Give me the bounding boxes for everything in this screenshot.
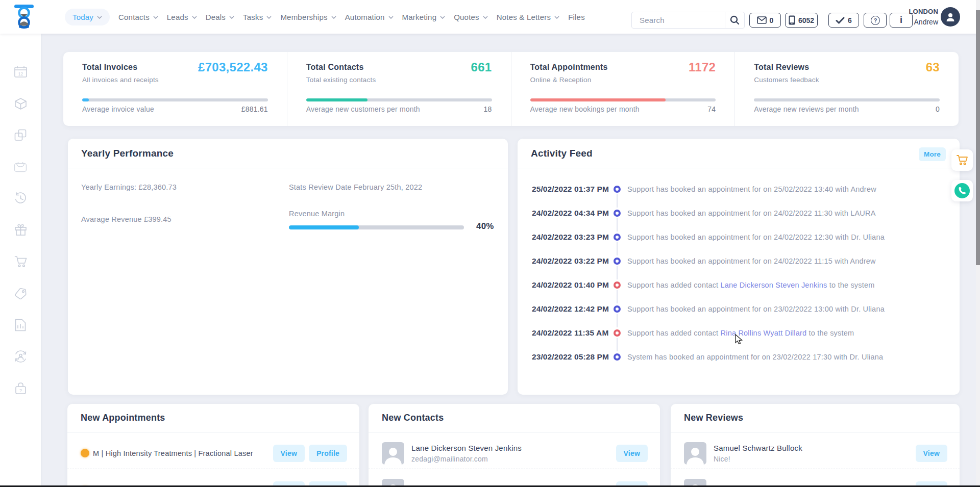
- revenue-margin-percent: 40%: [476, 221, 494, 232]
- stat-footer: Average new customers per month 18: [306, 105, 492, 113]
- chevron-down-icon: [192, 16, 197, 19]
- menu-item[interactable]: Automation: [345, 9, 394, 25]
- sidebar-lock-icon[interactable]: ?: [0, 372, 41, 404]
- profile-button[interactable]: Profile: [309, 445, 347, 462]
- floating-whatsapp-button[interactable]: [951, 180, 973, 201]
- menu-item-label: Notes & Letters: [497, 13, 551, 21]
- sidebar-cart-icon[interactable]: [0, 246, 41, 277]
- user-name: Andrew: [906, 17, 938, 27]
- activity-feed-item: 25/02/2022 01:37 PM Support has booked a…: [518, 177, 960, 201]
- menu-item[interactable]: Contacts: [118, 9, 158, 25]
- view-button[interactable]: View: [273, 445, 305, 462]
- left-sidebar: 12 ?: [0, 34, 41, 487]
- sidebar-package-icon[interactable]: [0, 88, 41, 119]
- stat-subtitle: All invoices and receipts: [82, 76, 159, 84]
- app-logo-hourglass-icon[interactable]: [12, 4, 36, 30]
- stat-progress-track: [82, 98, 268, 101]
- user-location: LONDON: [906, 7, 938, 17]
- menu-item-label: Files: [568, 13, 585, 21]
- phone-button[interactable]: 6052: [785, 13, 818, 28]
- new-appointments-header: New Appointments: [67, 404, 359, 432]
- activity-feed-title: Activity Feed: [531, 148, 593, 159]
- view-button[interactable]: View: [616, 445, 648, 462]
- new-reviews-card: New Reviews Samuel Schwartz Bullock Nice…: [671, 404, 960, 487]
- sidebar-gift-icon[interactable]: [0, 214, 41, 246]
- menu-item[interactable]: Leads: [167, 9, 197, 25]
- sidebar-mask-icon[interactable]: [0, 151, 41, 183]
- envelope-icon: [757, 16, 767, 24]
- contact-link[interactable]: Lane Dickerson Steven Jenkins: [721, 281, 827, 289]
- mouse-cursor: [733, 334, 744, 345]
- menu-item[interactable]: Files: [568, 9, 594, 25]
- sidebar-report-icon[interactable]: [0, 309, 41, 341]
- appointment-row: Botox 3 Areas View Profile: [67, 469, 359, 487]
- contact-row: Rina Rollins Wyatt Dillard View: [369, 469, 660, 487]
- reviewer-name: Samuel Schwartz Bullock: [714, 444, 912, 452]
- contact-row: Lane Dickerson Steven Jenkins zedagi@mai…: [369, 432, 660, 469]
- stat-value: £703,522.43: [198, 60, 268, 74]
- menu-item[interactable]: Quotes: [454, 9, 488, 25]
- stat-footer-label: Average invoice value: [82, 105, 154, 113]
- mobile-icon: [789, 15, 795, 25]
- menu-item[interactable]: Memberships: [280, 9, 336, 25]
- menu-item-label: Tasks: [243, 13, 263, 21]
- stat-title: Total Appointments: [530, 63, 608, 72]
- stat-value: 63: [926, 60, 940, 74]
- messages-button[interactable]: 0: [749, 13, 781, 28]
- user-avatar-icon[interactable]: [941, 7, 960, 27]
- stat-footer: Average new bookings per month 74: [530, 105, 716, 113]
- scrollbar-thumb[interactable]: [976, 10, 980, 265]
- sidebar-copy-icon[interactable]: [0, 119, 41, 151]
- menu-item-label: Today: [72, 13, 93, 21]
- menu-item[interactable]: Today: [65, 9, 110, 25]
- stat-footer-label: Average new bookings per month: [530, 105, 640, 113]
- stat-progress-track: [530, 98, 716, 101]
- contact-name: Lane Dickerson Steven Jenkins: [411, 444, 612, 452]
- search-input[interactable]: [632, 12, 725, 28]
- search-icon[interactable]: [725, 12, 744, 28]
- yearly-performance-title: Yearly Performance: [81, 148, 174, 159]
- new-appointments-title: New Appointments: [81, 413, 165, 423]
- menu-item-label: Quotes: [454, 13, 479, 21]
- sidebar-user-sync-icon[interactable]: [0, 341, 41, 372]
- sidebar-tag-icon[interactable]: [0, 277, 41, 309]
- menu-item[interactable]: Marketing: [402, 9, 446, 25]
- check-icon: [836, 17, 845, 24]
- new-reviews-list: Samuel Schwartz Bullock Nice! View Alex …: [671, 432, 960, 487]
- menu-item[interactable]: Tasks: [243, 9, 272, 25]
- stat-title: Total Reviews: [754, 63, 809, 72]
- page-scrollbar[interactable]: [976, 0, 980, 487]
- menu-item[interactable]: Notes & Letters: [497, 9, 559, 25]
- menu-item-label: Contacts: [118, 13, 150, 21]
- tasks-count: 6: [848, 16, 852, 24]
- messages-count: 0: [770, 16, 774, 24]
- review-row: Alex Stefan View: [671, 469, 960, 487]
- appointment-name: M | High Intensity Treatments | Fraction…: [93, 449, 269, 457]
- activity-time: 23/02/2022 05:28 PM: [532, 352, 614, 362]
- help-button[interactable]: ?: [864, 13, 887, 28]
- stat-footer-label: Average new customers per month: [306, 105, 420, 113]
- sidebar-history-icon[interactable]: [0, 183, 41, 214]
- svg-text:?: ?: [873, 17, 877, 23]
- user-menu[interactable]: LONDON Andrew: [906, 7, 938, 27]
- activity-marker-icon: [614, 186, 621, 193]
- stat-progress-track: [754, 98, 940, 101]
- chevron-down-icon: [97, 16, 102, 19]
- view-button[interactable]: View: [916, 445, 947, 462]
- tasks-button[interactable]: 6: [828, 13, 859, 28]
- yearly-performance-body: Yearly Earnings: £28,360.73 Stats Review…: [68, 168, 508, 395]
- revenue-margin-track: [289, 225, 464, 229]
- more-button[interactable]: More: [919, 147, 946, 161]
- sidebar-calendar-icon[interactable]: 12: [0, 56, 41, 88]
- new-reviews-header: New Reviews: [671, 404, 960, 432]
- floating-cart-button[interactable]: [951, 149, 973, 171]
- main-menu: Today Contacts Leads Deals: [65, 0, 602, 34]
- activity-text: Support has added contact Lane Dickerson…: [627, 281, 875, 289]
- stat-progress-fill: [530, 98, 666, 101]
- menu-item[interactable]: Deals: [206, 9, 234, 25]
- activity-time: 24/02/2022 12:42 PM: [532, 304, 614, 314]
- new-appointments-list: M | High Intensity Treatments | Fraction…: [67, 432, 359, 487]
- chevron-down-icon: [388, 16, 394, 19]
- average-revenue: Avarage Revenue £399.45: [81, 215, 172, 223]
- activity-text: Support has booked an appointment for on…: [627, 233, 885, 241]
